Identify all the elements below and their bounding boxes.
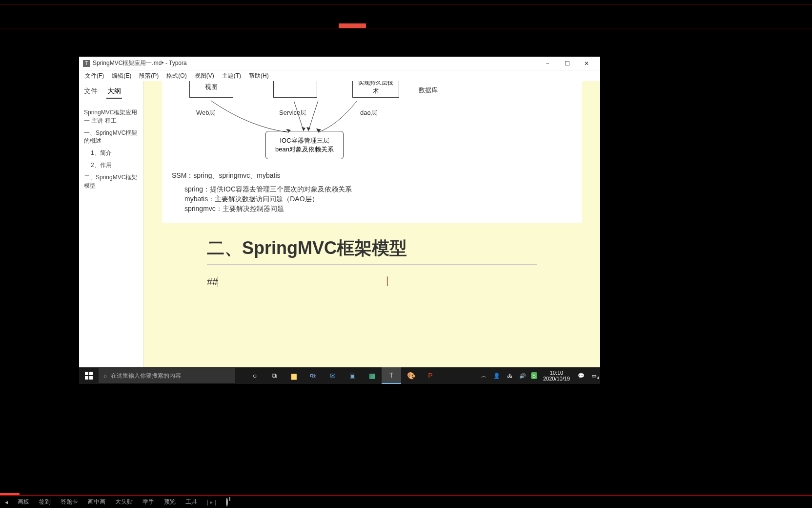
app-icon-1[interactable]: ▣ [343,367,362,384]
bb-tools[interactable]: 工具 [185,498,197,506]
tab-files[interactable]: 文件 [83,85,99,99]
tray-network-icon[interactable]: 🖧 [505,373,514,379]
mail-icon[interactable]: ✉ [323,367,343,384]
tray-people-icon[interactable]: 👤 [491,373,502,379]
power-icon [226,498,228,507]
outline-item[interactable]: 二、SpringMVC框架模型 [84,171,138,192]
bb-raisehand[interactable]: 举手 [142,498,154,506]
tray-action-center-icon[interactable]: 💬 [576,373,587,379]
menu-help[interactable]: 帮助(H) [246,71,272,81]
titlebar: T SpringMVC框架应用一.md• - Typora − ☐ ✕ [79,57,600,70]
editor-area[interactable]: 视图 实现持久层技术 数据库 Web层 Service层 dao层 IOC容器管… [143,81,600,373]
search-placeholder: 在这里输入你要搜索的内容 [111,372,181,380]
heading-2[interactable]: 二、SpringMVC框架模型 [207,236,537,265]
diagram-box-ioc: IOC容器管理三层 bean对象及依赖关系 [265,131,344,159]
svg-marker-2 [306,127,310,131]
typora-taskbar-icon[interactable]: T [382,367,401,384]
app-icon-2[interactable]: ▦ [362,367,382,384]
bb-board[interactable]: 画板 [18,498,29,506]
bb-divider: | ▸ | [207,499,216,506]
tray-notif-icon[interactable]: ▭4 [589,373,598,379]
outline-item[interactable]: 2、作用 [84,159,138,171]
ssm-springmvc: springmvc：主要解决控制器问题 [172,202,284,215]
task-icons: ○ ⧉ ▆ 🛍 ✉ ▣ ▦ T 🎨 P [245,367,440,384]
bb-answer[interactable]: 答题卡 [61,498,78,506]
recording-indicator [339,23,366,28]
diagram-box-persist: 实现持久层技术 [352,81,399,98]
tray-chevron-icon[interactable]: ︿ [479,372,488,380]
svg-rect-6 [85,376,88,380]
ssm-title: SSM：spring、springmvc、mybatis [172,169,281,182]
hash-input-line[interactable]: ## [207,276,537,288]
svg-marker-1 [302,127,305,131]
svg-rect-5 [89,372,93,375]
outline-item[interactable]: SpringMVC框架应用一 主讲 程工 [84,106,138,127]
explorer-icon[interactable]: ▆ [284,367,304,384]
sidebar: 文件 大纲 SpringMVC框架应用一 主讲 程工 一、SpringMVC框架… [79,81,143,373]
tray-volume-icon[interactable]: 🔊 [517,373,528,379]
diagram-label-service: Service层 [279,108,306,117]
outline-list: SpringMVC框架应用一 主讲 程工 一、SpringMVC框架的概述 1、… [79,103,143,195]
bb-sticker[interactable]: 大头贴 [115,498,133,506]
search-icon: ⌕ [103,372,107,379]
outline-item[interactable]: 一、SpringMVC框架的概述 [84,127,138,148]
maximize-button[interactable]: ☐ [557,58,577,69]
tab-outline[interactable]: 大纲 [106,85,122,99]
bb-power[interactable] [226,499,228,506]
minimize-button[interactable]: − [538,58,557,69]
tray-date: 2020/10/19 [543,376,570,381]
tray-time: 10:10 [543,370,570,376]
close-button[interactable]: ✕ [577,58,596,69]
diagram-box-view: 视图 [189,81,233,98]
diagram-label-web: Web层 [196,108,216,117]
windows-taskbar: ⌕ 在这里输入你要搜索的内容 ○ ⧉ ▆ 🛍 ✉ ▣ ▦ T 🎨 P ︿ 👤 🖧… [79,367,600,384]
store-icon[interactable]: 🛍 [304,367,323,384]
paint-icon[interactable]: 🎨 [401,367,421,384]
menu-format[interactable]: 格式(O) [163,71,189,81]
svg-rect-7 [89,376,93,380]
architecture-diagram: 视图 实现持久层技术 数据库 Web层 Service层 dao层 IOC容器管… [162,81,582,223]
text-cursor [387,276,388,286]
ioc-line2: bean对象及依赖关系 [275,145,334,154]
menu-paragraph[interactable]: 段落(P) [136,71,162,81]
menu-view[interactable]: 视图(V) [192,71,217,81]
editor-content: 视图 实现持久层技术 数据库 Web层 Service层 dao层 IOC容器管… [143,81,600,373]
menu-theme[interactable]: 主题(T) [219,71,244,81]
bb-preview[interactable]: 预览 [164,498,176,506]
bb-arrow[interactable]: ◂ [5,499,8,506]
svg-rect-4 [85,372,88,375]
cortana-icon[interactable]: ○ [245,367,264,384]
powerpoint-icon[interactable]: P [421,367,440,384]
menu-file[interactable]: 文件(F) [82,71,107,81]
diagram-label-db: 数据库 [419,86,438,95]
menu-edit[interactable]: 编辑(E) [109,71,134,81]
diagram-label-dao: dao层 [360,108,377,117]
ioc-line1: IOC容器管理三层 [280,136,329,145]
window-controls: − ☐ ✕ [538,58,596,69]
tray-clock[interactable]: 10:10 2020/10/19 [540,370,573,381]
bb-signin[interactable]: 签到 [39,498,51,506]
menubar: 文件(F) 编辑(E) 段落(P) 格式(O) 视图(V) 主题(T) 帮助(H… [79,70,600,81]
window-title: SpringMVC框架应用一.md• - Typora [93,59,538,67]
outline-item[interactable]: 1、简介 [84,147,138,159]
sidebar-tabs: 文件 大纲 [79,81,143,103]
diagram-box-service [273,81,317,98]
tray-ime-icon[interactable]: S [531,372,537,379]
app-icon: T [83,60,90,67]
typora-window: T SpringMVC框架应用一.md• - Typora − ☐ ✕ 文件(F… [79,57,600,384]
start-button[interactable] [79,367,99,384]
taskbar-search[interactable]: ⌕ 在这里输入你要搜索的内容 [99,368,235,383]
taskview-icon[interactable]: ⧉ [264,367,284,384]
hash-text: ## [207,276,218,287]
system-tray: ︿ 👤 🖧 🔊 S 10:10 2020/10/19 💬 ▭4 [479,370,600,381]
bb-pip[interactable]: 画中画 [88,498,105,506]
recorder-topbar [0,0,812,28]
recorder-toolbar: ◂ 画板 签到 答题卡 画中画 大头贴 举手 预览 工具 | ▸ | [0,495,812,508]
